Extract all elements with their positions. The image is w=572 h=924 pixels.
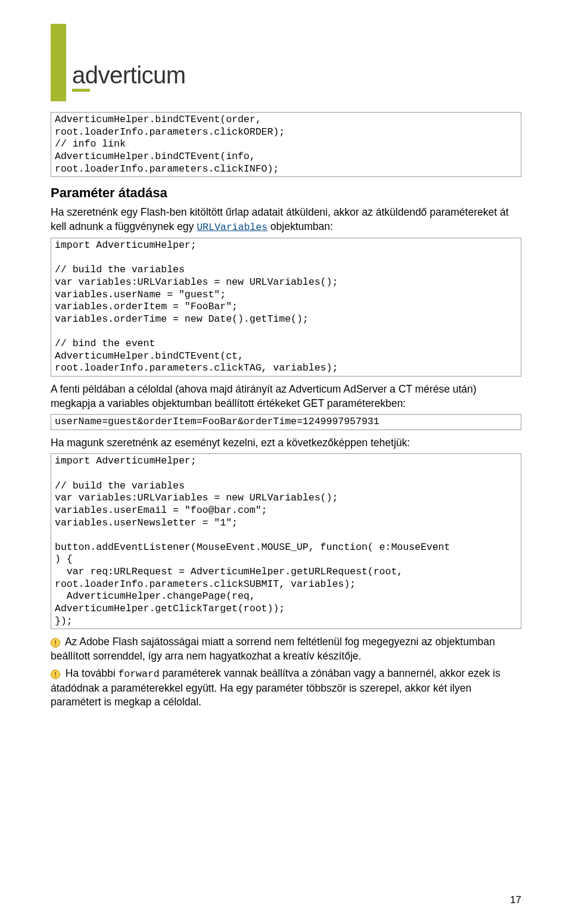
section-heading: Paraméter átadása — [51, 185, 521, 201]
warning-icon: ! — [51, 670, 60, 679]
document-page: adverticum AdverticumHelper.bindCTEvent(… — [0, 0, 572, 924]
code-block-1: AdverticumHelper.bindCTEvent(order, root… — [51, 112, 521, 177]
warning-2-pre: Ha további — [63, 667, 118, 679]
url-variables-link[interactable]: URLVariables — [197, 222, 268, 233]
logo-underline — [72, 89, 90, 92]
warning-2-mono: forward — [118, 668, 159, 680]
warning-2: ! Ha további forward paraméterek vannak … — [51, 667, 521, 710]
logo: adverticum — [51, 24, 521, 101]
warning-icon: ! — [51, 638, 60, 648]
code-block-4: import AdverticumHelper; // build the va… — [51, 453, 521, 629]
page-number: 17 — [510, 894, 521, 906]
logo-text-block: adverticum — [72, 63, 186, 101]
logo-bar — [51, 24, 66, 101]
paragraph-1: Ha szeretnénk egy Flash-ben kitöltött űr… — [51, 206, 521, 234]
para1-post: objektumban: — [268, 220, 333, 232]
code-block-3: userName=guest&orderItem=FooBar&orderTim… — [51, 414, 521, 430]
warning-1: ! Az Adobe Flash sajátosságai miatt a so… — [51, 635, 521, 663]
logo-wordmark: adverticum — [72, 63, 186, 87]
code-block-2: import AdverticumHelper; // build the va… — [51, 238, 521, 377]
paragraph-3: Ha magunk szeretnénk az eseményt kezelni… — [51, 436, 521, 450]
paragraph-2: A fenti példában a céloldal (ahova majd … — [51, 382, 521, 410]
warning-1-text: Az Adobe Flash sajátosságai miatt a sorr… — [51, 636, 495, 662]
